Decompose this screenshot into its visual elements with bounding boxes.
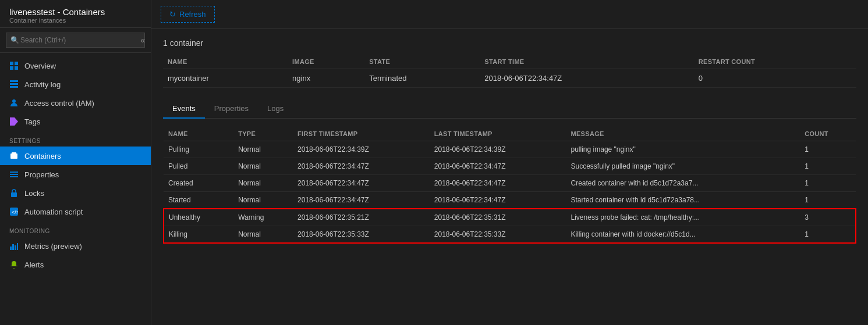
event-name: Created <box>164 175 233 192</box>
refresh-label: Refresh <box>179 10 206 19</box>
sidebar-nav: Overview Activity log Access control (IA… <box>0 53 151 325</box>
svg-rect-18 <box>12 244 14 250</box>
chart-icon <box>9 241 19 251</box>
bell-icon <box>9 260 19 269</box>
event-type: Normal <box>233 175 293 192</box>
sidebar-item-locks[interactable]: Locks <box>0 184 151 202</box>
event-row: Created Normal 2018-06-06T22:34:47Z 2018… <box>164 175 856 192</box>
event-first-ts: 2018-06-06T22:35:33Z <box>293 226 430 244</box>
svg-rect-20 <box>17 243 18 250</box>
svg-rect-3 <box>15 66 18 70</box>
svg-rect-2 <box>10 66 13 70</box>
sidebar-item-overview[interactable]: Overview <box>0 56 151 75</box>
refresh-button[interactable]: ↻ Refresh <box>161 6 215 23</box>
event-name: Killing <box>164 226 233 244</box>
event-first-ts: 2018-06-06T22:35:21Z <box>293 209 430 226</box>
sidebar-item-tags[interactable]: Tags <box>0 112 151 131</box>
event-first-ts: 2018-06-06T22:34:47Z <box>293 192 430 209</box>
svg-point-7 <box>12 99 16 103</box>
content-area: 1 container NAME IMAGE STATE START TIME … <box>151 29 868 325</box>
search-container: 🔍 « <box>0 28 151 53</box>
containers-table: NAME IMAGE STATE START TIME RESTART COUN… <box>163 55 856 88</box>
event-message: Started container with id d5c1d72a3a78..… <box>566 192 800 209</box>
sidebar-item-automation[interactable]: </> Automation script <box>0 202 151 221</box>
sidebar-item-activity-log-label: Activity log <box>24 80 61 89</box>
event-name: Pulling <box>164 141 233 158</box>
sidebar-item-metrics-label: Metrics (preview) <box>24 242 82 251</box>
ev-col-count: COUNT <box>800 127 856 141</box>
event-message: Created container with id d5c1d72a3a7... <box>566 175 800 192</box>
event-row: Pulling Normal 2018-06-06T22:34:39Z 2018… <box>164 141 856 158</box>
sidebar: livenesstest - Containers Container inst… <box>0 0 151 325</box>
event-last-ts: 2018-06-06T22:35:31Z <box>430 209 566 226</box>
event-name: Started <box>164 192 233 209</box>
col-image: IMAGE <box>288 55 364 69</box>
bars-icon <box>9 170 19 179</box>
tag-icon <box>9 117 19 126</box>
events-header-row: NAME TYPE FIRST TIMESTAMP LAST TIMESTAMP… <box>164 127 856 141</box>
event-type: Normal <box>233 141 293 158</box>
event-name: Unhealthy <box>164 209 233 226</box>
person-icon <box>9 98 19 108</box>
svg-rect-5 <box>10 83 18 85</box>
event-row: Unhealthy Warning 2018-06-06T22:35:21Z 2… <box>164 209 856 226</box>
sidebar-item-alerts-label: Alerts <box>24 260 44 269</box>
event-name: Pulled <box>164 158 233 175</box>
ev-col-type: TYPE <box>233 127 293 141</box>
sidebar-item-activity-log[interactable]: Activity log <box>0 75 151 94</box>
monitoring-section-label: MONITORING <box>0 221 151 237</box>
col-restart-count: RESTART COUNT <box>694 55 856 69</box>
event-message: Successfully pulled image "nginx" <box>566 158 800 175</box>
event-message: Liveness probe failed: cat: /tmp/healthy… <box>566 209 800 226</box>
svg-rect-1 <box>15 62 18 65</box>
container-start-time: 2018-06-06T22:34:47Z <box>480 69 693 88</box>
event-message: pulling image "nginx" <box>566 141 800 158</box>
tab-events[interactable]: Events <box>163 99 205 119</box>
container-image: nginx <box>288 69 364 88</box>
sidebar-item-locks-label: Locks <box>24 189 44 198</box>
search-input[interactable] <box>6 33 145 48</box>
col-name: NAME <box>163 55 288 69</box>
cube-icon <box>9 151 19 160</box>
events-table: NAME TYPE FIRST TIMESTAMP LAST TIMESTAMP… <box>163 127 856 244</box>
sidebar-item-metrics[interactable]: Metrics (preview) <box>0 237 151 255</box>
tab-properties[interactable]: Properties <box>205 99 258 119</box>
sidebar-item-properties[interactable]: Properties <box>0 165 151 184</box>
event-last-ts: 2018-06-06T22:35:33Z <box>430 226 566 244</box>
sidebar-item-automation-label: Automation script <box>24 208 83 216</box>
event-count: 1 <box>800 192 856 209</box>
event-last-ts: 2018-06-06T22:34:47Z <box>430 175 566 192</box>
ev-col-name: NAME <box>164 127 233 141</box>
sidebar-item-properties-label: Properties <box>24 170 59 179</box>
event-type: Normal <box>233 226 293 244</box>
sidebar-item-tags-label: Tags <box>24 117 40 126</box>
svg-rect-9 <box>10 153 17 159</box>
sidebar-item-containers[interactable]: Containers <box>0 147 151 165</box>
event-row: Killing Normal 2018-06-06T22:35:33Z 2018… <box>164 226 856 244</box>
event-last-ts: 2018-06-06T22:34:39Z <box>430 141 566 158</box>
container-name: mycontainer <box>163 69 288 88</box>
grid-icon <box>9 61 19 70</box>
collapse-icon[interactable]: « <box>140 35 145 45</box>
ev-col-message: MESSAGE <box>566 127 800 141</box>
sidebar-item-containers-label: Containers <box>24 152 61 160</box>
container-count: 1 container <box>163 38 856 48</box>
container-restart-count: 0 <box>694 69 856 88</box>
ev-col-first-ts: FIRST TIMESTAMP <box>293 127 430 141</box>
event-count: 1 <box>800 141 856 158</box>
lock-icon <box>9 188 19 198</box>
event-count: 1 <box>800 175 856 192</box>
svg-rect-14 <box>11 192 17 197</box>
tab-logs[interactable]: Logs <box>258 99 293 119</box>
sidebar-item-alerts[interactable]: Alerts <box>0 255 151 274</box>
toolbar: ↻ Refresh <box>151 0 868 29</box>
svg-rect-12 <box>10 174 18 175</box>
sidebar-item-access-control[interactable]: Access control (IAM) <box>0 94 151 112</box>
svg-rect-19 <box>15 245 16 250</box>
event-last-ts: 2018-06-06T22:34:47Z <box>430 158 566 175</box>
svg-rect-13 <box>10 176 18 177</box>
script-icon: </> <box>9 207 19 216</box>
event-type: Normal <box>233 158 293 175</box>
event-first-ts: 2018-06-06T22:34:39Z <box>293 141 430 158</box>
app-title: livenesstest - Containers <box>9 7 141 17</box>
